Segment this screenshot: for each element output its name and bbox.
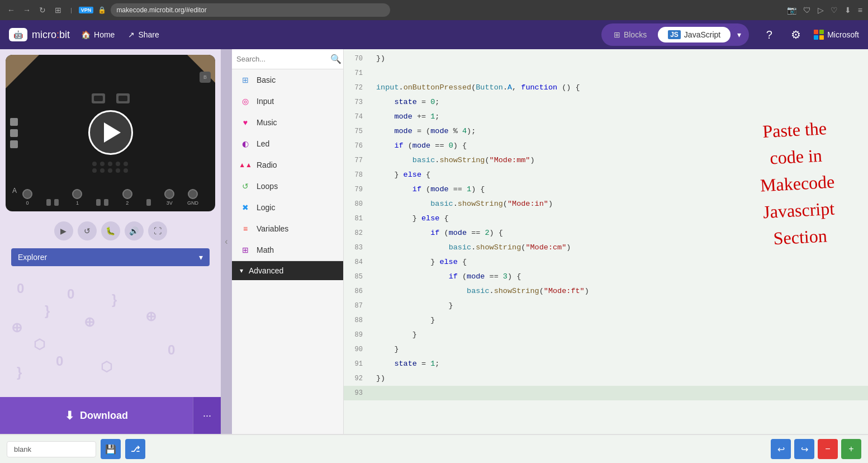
toolbox-item-led[interactable]: ◐ Led xyxy=(232,133,343,154)
heart-icon[interactable]: ♡ xyxy=(831,6,838,15)
ms-sq-green xyxy=(819,30,824,34)
line-content-81: } else { xyxy=(372,211,868,226)
led-2-5 xyxy=(124,168,128,173)
screenshot-icon[interactable]: 📷 xyxy=(787,6,796,15)
code-line-93: 93 xyxy=(344,386,868,400)
url-bar[interactable]: makecode.microbit.org/#editor xyxy=(111,3,390,17)
left-panel: B xyxy=(0,49,221,434)
toolbox-item-variables[interactable]: ≡ Variables xyxy=(232,218,343,239)
toolbox-item-input[interactable]: ◎ Input xyxy=(232,91,343,112)
browser-back[interactable]: ← xyxy=(6,4,17,16)
code-line-75: 75 mode = (mode % 4); xyxy=(344,124,868,139)
code-line-72: 72 input.onButtonPressed(Button.A, funct… xyxy=(344,81,868,95)
zoom-in-button[interactable]: + xyxy=(841,439,861,459)
search-button[interactable]: 🔍 xyxy=(330,54,341,64)
browser-reload[interactable]: ↻ xyxy=(37,4,48,16)
pin-left-1 xyxy=(10,118,18,126)
line-content-79: if (mode == 1) { xyxy=(372,182,868,197)
download-bar: ⬇ Download ··· xyxy=(0,397,221,434)
pin-left-2 xyxy=(10,129,18,137)
more-icon: ··· xyxy=(203,410,211,422)
sim-refresh-button[interactable]: ↺ xyxy=(78,221,97,240)
header-right-controls: ? ⚙ Microsoft xyxy=(760,26,859,44)
home-button[interactable]: 🏠 Home xyxy=(74,27,121,42)
collapse-handle[interactable]: ‹ xyxy=(221,49,232,434)
advanced-header[interactable]: ▾ Advanced xyxy=(232,261,343,280)
download-browser-icon[interactable]: ⬇ xyxy=(845,6,851,15)
explorer-bar[interactable]: Explorer ▾ xyxy=(11,248,210,266)
redo-icon: ↪ xyxy=(801,444,808,455)
line-content-76: if (mode == 0) { xyxy=(372,139,868,153)
download-more-button[interactable]: ··· xyxy=(193,397,221,434)
line-content-83: basic.showString("Mode:cm") xyxy=(372,240,868,255)
code-lines: 70 }) 71 72 input.onButtonPressed(Button… xyxy=(344,49,868,403)
toolbox-item-logic[interactable]: ✖ Logic xyxy=(232,197,343,218)
browser-forward[interactable]: → xyxy=(21,4,32,16)
shield-icon[interactable]: 🛡 xyxy=(803,6,811,15)
code-line-76: 76 if (mode == 0) { xyxy=(344,139,868,153)
code-line-87: 87 } xyxy=(344,299,868,313)
toolbox-item-loops[interactable]: ↺ Loops xyxy=(232,176,343,197)
toolbox-item-music[interactable]: ♥ Music xyxy=(232,112,343,133)
toolbox-item-math[interactable]: ⊞ Math xyxy=(232,239,343,261)
play-button[interactable] xyxy=(88,110,133,155)
code-line-90: 90 } xyxy=(344,342,868,357)
loops-icon: ↺ xyxy=(240,181,251,192)
small-pin-1 xyxy=(46,199,51,206)
zoom-out-button[interactable]: − xyxy=(818,439,838,459)
blocks-mode-button[interactable]: ⊞ Blocks xyxy=(604,27,657,42)
mode-dropdown-button[interactable]: ▾ xyxy=(732,26,747,44)
line-num-85: 85 xyxy=(344,270,372,284)
microsoft-label: Microsoft xyxy=(827,30,859,39)
sim-debug-button[interactable]: 🐛 xyxy=(101,221,120,240)
download-icon: ⬇ xyxy=(65,409,74,422)
search-input[interactable] xyxy=(236,55,330,63)
bg-symbol-3: ⊕ xyxy=(11,320,22,336)
led-1-5 xyxy=(124,162,128,166)
code-editor[interactable]: 70 }) 71 72 input.onButtonPressed(Button… xyxy=(344,49,868,434)
bg-symbol-11: } xyxy=(17,365,22,380)
simulator-area: B xyxy=(0,49,221,217)
filename-input[interactable] xyxy=(7,441,96,457)
microbit-face xyxy=(92,93,130,103)
line-num-86: 86 xyxy=(344,284,372,299)
code-line-78: 78 } else { xyxy=(344,168,868,182)
pin-3v: 3V xyxy=(164,189,174,206)
javascript-mode-button[interactable]: JS JavaScript xyxy=(658,27,731,42)
toolbox-item-radio[interactable]: ▲▲ Radio xyxy=(232,154,343,176)
share-button[interactable]: ↗ Share xyxy=(121,27,165,42)
small-pins-2 xyxy=(95,199,110,206)
redo-button[interactable]: ↪ xyxy=(794,439,814,459)
line-num-70: 70 xyxy=(344,51,372,66)
blocks-icon: ⊞ xyxy=(614,30,620,39)
simulator-controls: ▶ ↺ 🐛 🔊 ⛶ xyxy=(0,217,221,245)
browser-tabs[interactable]: ⊞ xyxy=(53,4,64,16)
sim-play-button[interactable]: ▶ xyxy=(54,221,73,240)
line-content-74: mode += 1; xyxy=(372,110,868,124)
settings-button[interactable]: ⚙ xyxy=(787,26,805,44)
line-num-75: 75 xyxy=(344,124,372,139)
bg-symbol-7: } xyxy=(112,292,117,308)
help-button[interactable]: ? xyxy=(760,26,778,44)
main-content: B xyxy=(0,49,868,434)
bottom-bar: 💾 ⎇ ↩ ↪ − + xyxy=(0,434,868,463)
play-icon[interactable]: ▷ xyxy=(818,6,824,15)
download-button[interactable]: ⬇ Download xyxy=(0,397,193,434)
code-line-92: 92 }) xyxy=(344,371,868,386)
led-2-3 xyxy=(108,168,112,173)
undo-button[interactable]: ↩ xyxy=(771,439,791,459)
menu-icon[interactable]: ≡ xyxy=(858,6,862,15)
save-button[interactable]: 💾 xyxy=(101,439,121,459)
line-num-91: 91 xyxy=(344,357,372,371)
pin-hole-3v xyxy=(164,189,174,199)
share-label: Share xyxy=(138,30,159,39)
sim-fullscreen-button[interactable]: ⛶ xyxy=(148,221,167,240)
sim-mute-button[interactable]: 🔊 xyxy=(125,221,144,240)
variables-icon: ≡ xyxy=(240,223,251,234)
line-num-77: 77 xyxy=(344,153,372,168)
microbit-eye-left xyxy=(92,93,105,103)
led-icon: ◐ xyxy=(240,138,251,149)
github-button[interactable]: ⎇ xyxy=(125,439,145,459)
toolbox-item-basic[interactable]: ⊞ Basic xyxy=(232,69,343,91)
bg-symbol-4: 0 xyxy=(67,286,74,302)
